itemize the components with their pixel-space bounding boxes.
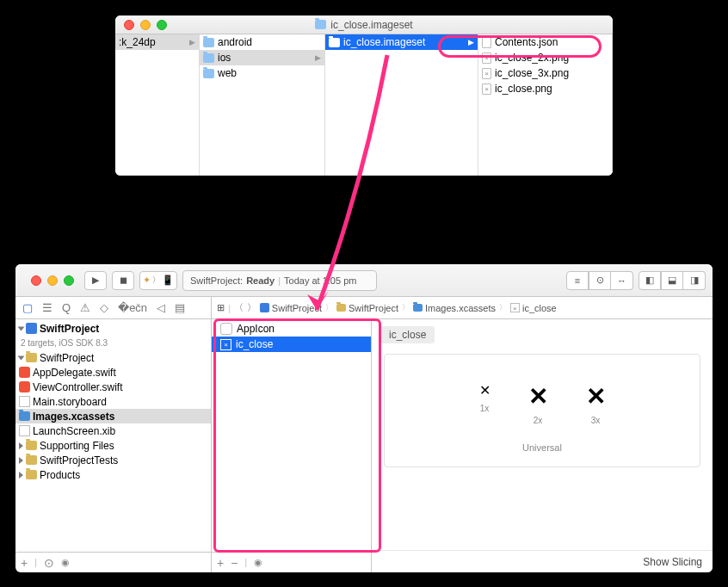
asset-label: ic_close (236, 338, 273, 350)
jump-segment[interactable]: SwiftProject (260, 303, 322, 313)
tree-group[interactable]: Products (15, 467, 211, 482)
issue-navigator-icon[interactable]: ⚠ (80, 301, 90, 314)
folder-icon (26, 441, 37, 450)
filter-scm-icon[interactable]: ◉ (61, 557, 70, 568)
tree-file[interactable]: AppDelegate.swift (15, 365, 211, 380)
disclosure-icon[interactable] (18, 326, 25, 331)
disclosure-icon[interactable] (19, 457, 23, 464)
folder-icon (26, 470, 37, 479)
forward-button[interactable]: 〉 (247, 301, 256, 314)
find-navigator-icon[interactable]: Q (62, 301, 71, 314)
finder-item-label: ios (218, 52, 231, 64)
status-state: Ready (246, 275, 275, 286)
tree-label: Main.storyboard (33, 396, 107, 408)
finder-item[interactable]: :k_24dp ▶ (115, 34, 199, 50)
finder-title-text: ic_close.imageset (330, 19, 412, 31)
debug-navigator-icon[interactable]: �ečn (118, 301, 147, 314)
filter-icon[interactable]: ◉ (254, 557, 262, 568)
idiom-label: Universal (385, 442, 700, 453)
finder-item[interactable]: Contents.json (478, 34, 612, 50)
xcode-toolbar: ▶ ◼ ✦〉📱 SwiftProject: Ready | Today at 1… (15, 264, 713, 297)
symbol-navigator-icon[interactable]: ☰ (42, 301, 52, 314)
filter-recent-icon[interactable]: ⊙ (44, 556, 54, 570)
disclosure-icon[interactable] (18, 355, 25, 360)
xcassets-icon (19, 411, 30, 421)
asset-item-selected[interactable]: ×ic_close (212, 337, 371, 352)
editor-mode-buttons[interactable]: ≡⊙↔ (566, 271, 633, 290)
jump-label: SwiftProject (272, 303, 322, 313)
remove-icon[interactable]: − (231, 556, 238, 570)
finder-item-selected[interactable]: ic_close.imageset▶ (325, 34, 478, 50)
close-icon[interactable] (124, 20, 134, 30)
add-icon[interactable]: + (21, 556, 28, 570)
asset-outline: AppIcon ×ic_close + − | ◉ (212, 319, 372, 572)
zoom-icon[interactable] (157, 20, 167, 30)
report-navigator-icon[interactable]: ▤ (175, 301, 185, 314)
image-slot-3x[interactable]: ✕3x (586, 382, 606, 425)
scheme-selector[interactable]: ✦〉📱 (139, 271, 177, 290)
finder-item[interactable]: web (200, 65, 324, 81)
zoom-icon[interactable] (64, 275, 74, 286)
image-slot-1x[interactable]: ✕1x (479, 382, 490, 425)
image-slots: ✕1x ✕2x ✕3x (385, 382, 700, 425)
tree-label: SwiftProject (40, 352, 94, 364)
navigator-panel: ▢ ☰ Q ⚠ ◇ �ečn ◁ ▤ SwiftProject 2 target… (15, 297, 212, 572)
folder-icon (329, 38, 340, 47)
tree-file[interactable]: ViewController.swift (15, 380, 211, 394)
tree-project-root[interactable]: SwiftProject (15, 321, 211, 336)
finder-item[interactable]: ×ic_close_2x.png (478, 50, 612, 65)
tree-group[interactable]: SwiftProject (15, 350, 211, 365)
jump-label: SwiftProject (349, 303, 398, 313)
finder-item-label: web (218, 67, 237, 79)
tree-file[interactable]: Main.storyboard (15, 394, 211, 409)
folder-icon (203, 53, 214, 63)
navigator-filter-bar[interactable]: + | ⊙ ◉ (15, 552, 211, 572)
tree-file-selected[interactable]: Images.xcassets (15, 409, 211, 423)
finder-item[interactable]: ios▶ (200, 50, 324, 65)
run-button[interactable]: ▶ (84, 271, 107, 290)
finder-item[interactable]: ×ic_close_3x.png (478, 65, 612, 81)
project-icon (26, 323, 37, 334)
jump-segment[interactable]: SwiftProject (336, 303, 398, 313)
jump-segment[interactable]: ×ic_close (510, 303, 557, 313)
panel-toggle-buttons[interactable]: ◧⬓◨ (639, 271, 706, 290)
disclosure-icon[interactable] (19, 472, 23, 479)
minimize-icon[interactable] (47, 275, 58, 286)
project-navigator-icon[interactable]: ▢ (22, 301, 33, 314)
tree-project-sub: 2 targets, iOS SDK 8.3 (15, 336, 211, 350)
add-icon[interactable]: + (217, 556, 224, 570)
back-button[interactable]: 〈 (234, 301, 244, 314)
jump-label: ic_close (522, 303, 557, 313)
image-slot-2x[interactable]: ✕2x (528, 382, 548, 425)
jump-bar[interactable]: ⊞ | 〈 〉 SwiftProject 〉 SwiftProject 〉 Im… (212, 297, 713, 319)
slot-label: 2x (528, 416, 548, 425)
folder-icon (26, 455, 37, 465)
file-icon: × (482, 68, 491, 79)
finder-col-3: Contents.json ×ic_close_2x.png ×ic_close… (478, 34, 613, 176)
jump-label: Images.xcassets (425, 303, 496, 313)
tree-label: Supporting Files (40, 440, 114, 452)
test-navigator-icon[interactable]: ◇ (100, 301, 108, 314)
chevron-right-icon: ▶ (189, 38, 195, 46)
tree-group[interactable]: Supporting Files (15, 438, 211, 453)
breakpoint-navigator-icon[interactable]: ◁ (157, 301, 165, 314)
imageset-icon: × (220, 339, 231, 350)
tree-file[interactable]: LaunchScreen.xib (15, 423, 211, 438)
disclosure-icon[interactable] (19, 442, 23, 449)
asset-item-appicon[interactable]: AppIcon (212, 321, 371, 337)
tree-label: SwiftProjectTests (40, 454, 118, 467)
asset-filter-bar[interactable]: + − | ◉ (212, 552, 371, 572)
finder-col-2: ic_close.imageset▶ (325, 34, 478, 176)
show-slicing-button[interactable]: Show Slicing (372, 550, 713, 572)
finder-item[interactable]: android (200, 34, 324, 50)
jump-segment[interactable]: Images.xcassets (413, 303, 496, 313)
finder-item[interactable]: ×ic_close.png (478, 81, 612, 96)
minimize-icon[interactable] (140, 20, 151, 30)
stop-button[interactable]: ◼ (112, 271, 134, 290)
navigator-tabs[interactable]: ▢ ☰ Q ⚠ ◇ �ečn ◁ ▤ (15, 297, 211, 319)
status-time: Today at 1:05 pm (284, 275, 356, 286)
related-items-icon[interactable]: ⊞ (217, 302, 225, 313)
slot-label: 3x (586, 416, 606, 425)
tree-group[interactable]: SwiftProjectTests (15, 453, 211, 467)
close-icon[interactable] (31, 275, 41, 286)
